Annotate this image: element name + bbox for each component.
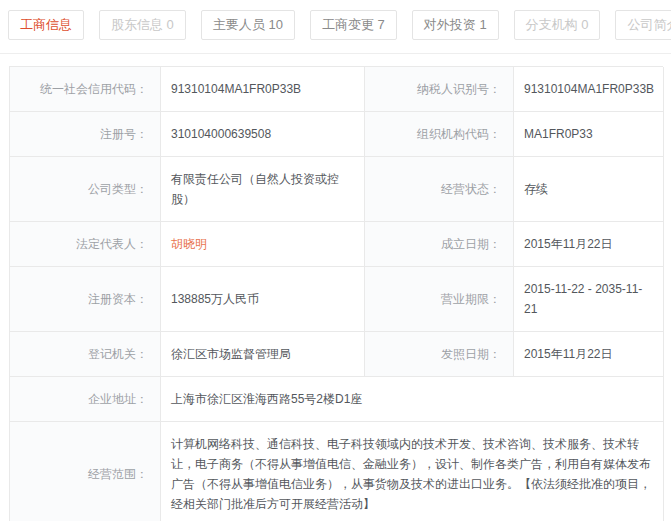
tab-business-info[interactable]: 工商信息 — [8, 10, 84, 40]
registration-number-text: 310104000639508 — [171, 124, 271, 144]
value-registration-authority: 徐汇区市场监督管理局 — [161, 332, 365, 377]
business-info-table: 统一社会信用代码： 91310104MA1FR0P33B 纳税人识别号： 913… — [9, 66, 663, 521]
registered-capital-text: 138885万人民币 — [171, 289, 259, 309]
label-registration-number: 注册号： — [10, 112, 161, 157]
label-business-term: 营业期限： — [365, 267, 514, 332]
value-license-issue-date: 2015年11月22日 — [514, 332, 664, 377]
tab-outbound-investment[interactable]: 对外投资 1 — [412, 10, 499, 40]
label-registered-capital: 注册资本： — [10, 267, 161, 332]
label-unified-social-credit-code: 统一社会信用代码： — [10, 67, 161, 112]
company-type-text: 有限责任公司（自然人投资或控股） — [171, 169, 354, 209]
value-organization-code: MA1FR0P33 — [514, 112, 664, 157]
section-tabbar: 工商信息 股东信息 0 主要人员 10 工商变更 7 对外投资 1 分支机构 0… — [0, 0, 671, 54]
tab-branches[interactable]: 分支机构 0 — [514, 10, 601, 40]
operating-status-text: 存续 — [524, 179, 548, 199]
credit-code-text: 91310104MA1FR0P33B — [171, 79, 301, 99]
label-license-issue-date: 发照日期： — [365, 332, 514, 377]
legal-representative-link[interactable]: 胡晓明 — [171, 234, 207, 254]
value-company-address: 上海市徐汇区淮海西路55号2楼D1座 — [161, 377, 664, 422]
value-unified-social-credit-code: 91310104MA1FR0P33B — [161, 67, 365, 112]
label-company-type: 公司类型： — [10, 157, 161, 222]
value-establishment-date: 2015年11月22日 — [514, 222, 664, 267]
label-registration-authority: 登记机关： — [10, 332, 161, 377]
label-organization-code: 组织机构代码： — [365, 112, 514, 157]
tab-business-changes[interactable]: 工商变更 7 — [310, 10, 397, 40]
value-operating-status: 存续 — [514, 157, 664, 222]
value-taxpayer-id: 91310104MA1FR0P33B — [514, 67, 664, 112]
tab-company-profile[interactable]: 公司简介 — [615, 10, 671, 40]
label-company-address: 企业地址： — [10, 377, 161, 422]
taxpayer-id-text: 91310104MA1FR0P33B — [524, 79, 654, 99]
tab-shareholders[interactable]: 股东信息 0 — [99, 10, 186, 40]
business-term-text: 2015-11-22 - 2035-11-21 — [524, 279, 653, 319]
label-taxpayer-id: 纳税人识别号： — [365, 67, 514, 112]
value-business-term: 2015-11-22 - 2035-11-21 — [514, 267, 664, 332]
business-scope-text: 计算机网络科技、通信科技、电子科技领域内的技术开发、技术咨询、技术服务、技术转让… — [171, 434, 653, 514]
establishment-date-text: 2015年11月22日 — [524, 234, 613, 254]
label-operating-status: 经营状态： — [365, 157, 514, 222]
value-company-type: 有限责任公司（自然人投资或控股） — [161, 157, 365, 222]
value-registered-capital: 138885万人民币 — [161, 267, 365, 332]
company-address-text: 上海市徐汇区淮海西路55号2楼D1座 — [171, 389, 362, 409]
value-business-scope: 计算机网络科技、通信科技、电子科技领域内的技术开发、技术咨询、技术服务、技术转让… — [161, 422, 664, 521]
organization-code-text: MA1FR0P33 — [524, 124, 593, 144]
value-registration-number: 310104000639508 — [161, 112, 365, 157]
label-establishment-date: 成立日期： — [365, 222, 514, 267]
value-legal-representative: 胡晓明 — [161, 222, 365, 267]
label-legal-representative: 法定代表人： — [10, 222, 161, 267]
license-issue-date-text: 2015年11月22日 — [524, 344, 613, 364]
registration-authority-text: 徐汇区市场监督管理局 — [171, 344, 291, 364]
label-business-scope: 经营范围： — [10, 422, 161, 521]
tab-key-personnel[interactable]: 主要人员 10 — [201, 10, 295, 40]
